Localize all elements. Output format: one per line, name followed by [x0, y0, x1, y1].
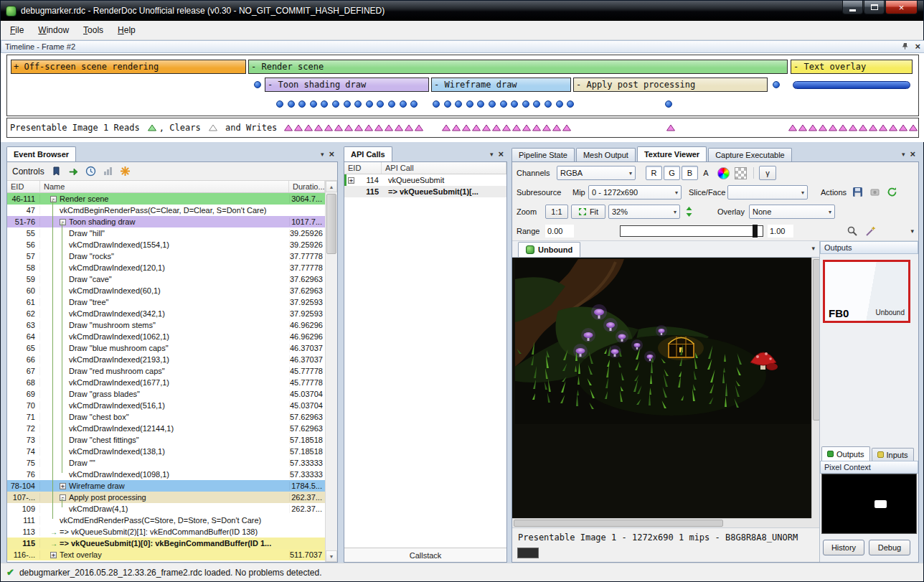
event-row-66[interactable]: 66vkCmdDrawIndexed(2193,1)46.37037 [7, 354, 325, 365]
column-eid[interactable]: EID [7, 181, 40, 192]
panel-menu-icon[interactable]: ▾ [321, 151, 324, 158]
range-max-field[interactable]: 1.00 [768, 225, 793, 238]
event-row-60[interactable]: 60vkCmdDrawIndexed(60,1)37.62963 [7, 285, 325, 296]
event-row-71[interactable]: 71Draw "chest box"57.62963 [7, 411, 325, 423]
star-burst-icon[interactable] [120, 166, 131, 177]
panel-close-icon[interactable]: × [910, 151, 915, 158]
channel-b-button[interactable]: B [682, 166, 698, 180]
column-name[interactable]: Name [40, 181, 289, 192]
texture-display-area[interactable] [512, 258, 821, 527]
toolbar-overflow-icon[interactable]: ▾ [910, 227, 914, 235]
event-row-111[interactable]: 111vkCmdEndRenderPass(C=Store, D=Store, … [7, 515, 325, 526]
refresh-icon[interactable] [887, 187, 897, 197]
pixel-context-view[interactable] [821, 474, 917, 534]
event-row-58[interactable]: 58vkCmdDrawIndexed(120,1)37.77778 [7, 262, 325, 273]
event-row-74[interactable]: 74vkCmdDrawIndexed(138,1)57.18518 [7, 446, 325, 457]
event-row-62[interactable]: 62vkCmdDrawIndexed(342,1)37.92593 [7, 308, 325, 319]
close-button[interactable]: × [885, 1, 918, 14]
event-row-76[interactable]: 76vkCmdDrawIndexed(1098,1)57.33333 [7, 469, 325, 480]
expander-icon[interactable]: - [50, 196, 57, 202]
title-bar[interactable]: debugmarker.rdc - RenderDoc Unofficial r… [1, 1, 923, 21]
color-wheel-icon[interactable] [717, 167, 730, 179]
expander-icon[interactable]: - [60, 219, 66, 225]
tab-texture-viewer[interactable]: Texture Viewer [637, 146, 707, 161]
expander-icon[interactable]: + [60, 483, 66, 489]
texture-tab-unbound[interactable]: Unbound [518, 242, 580, 257]
event-row-113[interactable]: 113→=> vkQueueSubmit(2)[1]: vkEndCommand… [7, 526, 325, 538]
tab-inputs[interactable]: Inputs [872, 448, 914, 461]
panel-close-icon[interactable]: × [498, 151, 504, 158]
minimize-button[interactable] [842, 1, 863, 14]
export-icon[interactable] [68, 166, 79, 177]
bookmark-icon[interactable] [51, 166, 62, 177]
event-row-109[interactable]: 109vkCmdDraw(4,1)262.37... [7, 503, 325, 515]
timeline-marker-render-scene[interactable]: - Render scene [248, 60, 788, 74]
event-row-63[interactable]: 63Draw "mushroom stems"46.96296 [7, 319, 325, 331]
mip-combo[interactable]: 0 - 1272x690▾ [588, 185, 682, 200]
event-row-55[interactable]: 55Draw "hill"39.25926 [7, 227, 325, 239]
api-call-row-115[interactable]: 115=> vkQueueSubmit(1)[... [344, 186, 506, 197]
maximize-button[interactable] [864, 1, 885, 14]
timeline-marker-wireframe-draw[interactable]: - Wireframe draw [431, 78, 571, 92]
api-calls-column-header[interactable]: EID API Call [344, 162, 506, 174]
event-browser-column-header[interactable]: EID Name Duratio... [7, 181, 325, 193]
zoom-combo[interactable]: 32%▾ [608, 205, 680, 219]
debug-button[interactable]: Debug [869, 540, 910, 555]
event-row-59[interactable]: 59Draw "cave"37.62963 [7, 273, 325, 285]
event-row-75[interactable]: 75Draw ""57.33333 [7, 457, 325, 469]
event-row-57[interactable]: 57Draw "rocks"37.77778 [7, 250, 325, 262]
panel-menu-icon[interactable]: ▾ [902, 151, 905, 158]
event-row-47[interactable]: 47vkCmdBeginRenderPass(C=Clear, D=Clear,… [7, 205, 325, 216]
range-slider[interactable] [620, 225, 763, 237]
menu-item-tools[interactable]: Tools [76, 22, 110, 38]
snapshot-icon[interactable] [869, 187, 880, 197]
event-row-72[interactable]: 72vkCmdDrawIndexed(12144,1)57.62963 [7, 423, 325, 434]
column-eid[interactable]: EID [344, 162, 382, 174]
expander-icon[interactable]: - [60, 494, 66, 501]
tab-api-calls[interactable]: API Calls [344, 146, 392, 161]
pin-icon[interactable] [901, 42, 909, 52]
event-row-67[interactable]: 67Draw "red mushroom caps"45.77778 [7, 365, 325, 377]
gamma-button[interactable]: γ [759, 166, 776, 180]
history-button[interactable]: History [823, 540, 864, 555]
timeline-marker-toon-shading-draw[interactable]: - Toon shading draw [265, 78, 429, 92]
expander-icon[interactable]: + [348, 177, 354, 184]
event-row-61[interactable]: 61Draw "tree"37.92593 [7, 296, 325, 308]
channel-r-button[interactable]: R [646, 166, 662, 180]
tab-outputs[interactable]: Outputs [821, 446, 870, 461]
timeline-resource-usage[interactable]: Presentable Image 1 Reads , Clears and W… [6, 118, 919, 138]
event-row-46-111[interactable]: 46-111-Render scene3064.7... [7, 193, 325, 205]
event-browser-scrollbar[interactable]: ▲ ▼ [325, 181, 337, 562]
event-row-115[interactable]: 115→=> vkQueueSubmit(1)[0]: vkBeginComma… [7, 538, 325, 549]
api-call-row-114[interactable]: +114vkQueueSubmit [344, 174, 506, 186]
tab-list-chevron-icon[interactable]: ▾ [811, 245, 815, 252]
menu-item-file[interactable]: File [3, 22, 31, 38]
range-slider-thumb[interactable] [753, 225, 758, 238]
render-target-thumbnail-fb0[interactable]: FB0 Unbound [823, 260, 910, 323]
timeline-track[interactable]: + Off-screen scene rendering- Render sce… [6, 55, 919, 116]
scroll-up-icon[interactable]: ▲ [326, 181, 337, 192]
event-row-107[interactable]: 107-...-Apply post processing262.37... [7, 492, 325, 503]
channels-combo[interactable]: RGBA▾ [557, 166, 636, 180]
menu-item-window[interactable]: Window [31, 22, 76, 38]
panel-close-icon[interactable]: × [329, 151, 334, 158]
channel-a-button[interactable]: A [699, 166, 712, 180]
zoom-1to1-button[interactable]: 1:1 [545, 205, 568, 219]
timeline-marker-off-screen-scene-rendering[interactable]: + Off-screen scene rendering [11, 60, 246, 74]
event-row-78-104[interactable]: 78-104+Wireframe draw1784.5... [7, 480, 325, 492]
stats-chart-icon[interactable] [103, 166, 113, 177]
clock-icon[interactable] [85, 166, 96, 177]
timeline-close-icon[interactable]: × [915, 43, 920, 50]
event-row-51-76[interactable]: 51-76-Toon shading draw1017.7... [7, 216, 325, 227]
event-row-64[interactable]: 64vkCmdDrawIndexed(1062,1)46.96296 [7, 331, 325, 342]
expander-icon[interactable]: + [50, 552, 57, 558]
timeline-marker-apply-post-processing[interactable]: - Apply post processing [573, 78, 768, 92]
channel-g-button[interactable]: G [664, 166, 680, 180]
event-row-65[interactable]: 65Draw "blue mushroom caps"46.37037 [7, 342, 325, 354]
tab-mesh-output[interactable]: Mesh Output [576, 148, 636, 161]
flip-y-icon[interactable] [684, 206, 694, 217]
event-row-68[interactable]: 68vkCmdDrawIndexed(1677,1)45.77778 [7, 377, 325, 388]
texture-image[interactable] [515, 259, 811, 424]
event-row-56[interactable]: 56vkCmdDrawIndexed(1554,1)39.25926 [7, 239, 325, 250]
tab-capture-executable[interactable]: Capture Executable [708, 148, 792, 161]
